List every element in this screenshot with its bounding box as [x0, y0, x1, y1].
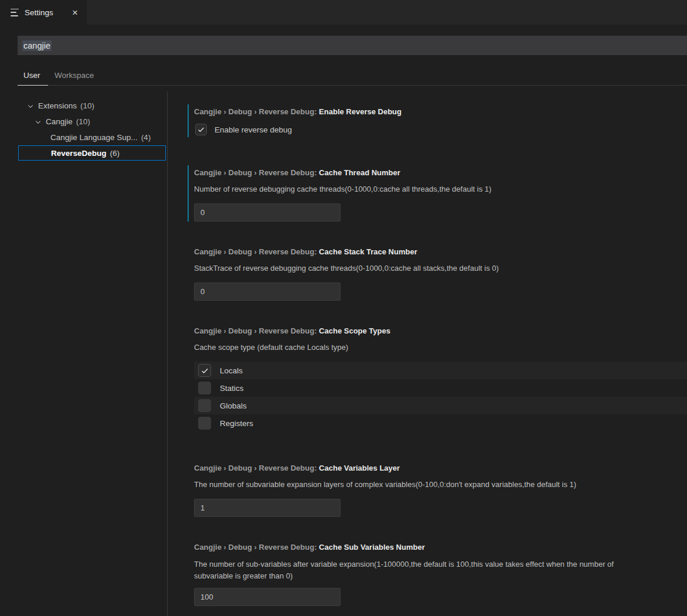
- settings-search-input[interactable]: cangjie: [18, 36, 687, 55]
- scope-type-list: Locals Statics Globals Registers: [194, 362, 687, 432]
- chevron-down-icon: [27, 103, 34, 110]
- checkbox-checked[interactable]: [195, 124, 207, 135]
- checkbox-unchecked[interactable]: [198, 399, 211, 412]
- match-count: (6): [110, 149, 120, 158]
- chevron-down-icon: [35, 118, 42, 125]
- close-icon[interactable]: ×: [69, 7, 81, 18]
- editor-tab-bar: Settings ×: [0, 0, 687, 25]
- setting-cache-scope-types: Cangjie › Debug › Reverse Debug: Cache S…: [188, 324, 687, 432]
- match-count: (4): [141, 133, 151, 142]
- match-count: (10): [76, 117, 90, 126]
- toc-item-cangjie-language-support[interactable]: Cangjie Language Sup... (4): [0, 130, 167, 145]
- checkbox-checked[interactable]: [198, 364, 211, 377]
- toc-item-extensions[interactable]: Extensions (10): [0, 98, 167, 114]
- checkbox-label: Enable reverse debug: [215, 125, 292, 134]
- active-tab-underline: [18, 85, 48, 86]
- setting-title: Cangjie › Debug › Reverse Debug: Enable …: [194, 107, 687, 117]
- cache-sub-variables-number-input[interactable]: [194, 588, 341, 606]
- setting-description: The number of subvariable expansion laye…: [194, 479, 687, 490]
- setting-cache-sub-variables-number: Cangjie › Debug › Reverse Debug: Cache S…: [188, 540, 687, 606]
- settings-toc-tree: Extensions (10) Cangjie (10) Cangjie Lan…: [0, 94, 167, 616]
- scope-divider: [18, 85, 687, 86]
- setting-description: StackTrace of reverse debugging cache th…: [194, 263, 687, 274]
- settings-tab[interactable]: Settings ×: [0, 0, 87, 25]
- settings-editor-icon: [11, 9, 19, 16]
- tab-workspace[interactable]: Workspace: [55, 66, 94, 85]
- setting-title: Cangjie › Debug › Reverse Debug: Cache S…: [194, 326, 687, 336]
- setting-description: Number of reverse debugging cache thread…: [194, 184, 687, 195]
- scope-tab-row: User Workspace: [0, 66, 687, 86]
- cache-stack-trace-number-input[interactable]: [194, 283, 341, 301]
- cache-variables-layer-input[interactable]: [194, 499, 341, 517]
- list-item-locals[interactable]: Locals: [194, 362, 687, 379]
- modified-indicator: [188, 104, 189, 137]
- setting-cache-variables-layer: Cangjie › Debug › Reverse Debug: Cache V…: [188, 461, 687, 517]
- checkbox-unchecked[interactable]: [198, 417, 211, 430]
- setting-description: The number of sub-variables after variab…: [194, 559, 687, 582]
- search-query-text: cangjie: [22, 40, 52, 51]
- setting-description: Cache scope type (default cache Locals t…: [194, 342, 687, 353]
- setting-title: Cangjie › Debug › Reverse Debug: Cache S…: [194, 542, 687, 553]
- modified-indicator: [188, 165, 189, 222]
- toc-item-cangjie[interactable]: Cangjie (10): [0, 114, 167, 130]
- match-count: (10): [80, 101, 94, 110]
- setting-title: Cangjie › Debug › Reverse Debug: Cache T…: [194, 168, 687, 178]
- tab-title: Settings: [25, 8, 69, 17]
- tab-user[interactable]: User: [23, 66, 40, 85]
- toc-item-reversedebug[interactable]: ReverseDebug (6): [18, 145, 166, 161]
- list-item-registers[interactable]: Registers: [194, 414, 687, 432]
- checkbox-unchecked[interactable]: [198, 382, 211, 394]
- setting-cache-stack-trace-number: Cangjie › Debug › Reverse Debug: Cache S…: [188, 244, 687, 301]
- cache-thread-number-input[interactable]: [194, 203, 341, 222]
- list-item-statics[interactable]: Statics: [194, 379, 687, 397]
- setting-cache-thread-number: Cangjie › Debug › Reverse Debug: Cache T…: [188, 165, 687, 222]
- list-item-globals[interactable]: Globals: [194, 397, 687, 414]
- settings-list: Cangjie › Debug › Reverse Debug: Enable …: [168, 94, 687, 616]
- setting-title: Cangjie › Debug › Reverse Debug: Cache V…: [194, 463, 687, 474]
- setting-enable-reverse-debug: Cangjie › Debug › Reverse Debug: Enable …: [188, 104, 687, 137]
- setting-title: Cangjie › Debug › Reverse Debug: Cache S…: [194, 247, 687, 257]
